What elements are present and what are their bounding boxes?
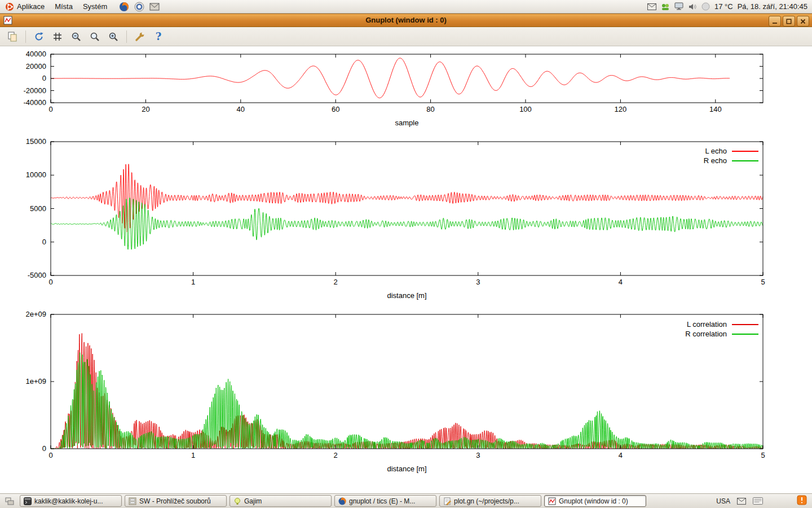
clock[interactable]: Pá, 18. září, 21:40:45 bbox=[738, 2, 807, 11]
y-tick-label: -40000 bbox=[24, 98, 46, 107]
legend-entry: L echo bbox=[705, 146, 758, 156]
show-desktop-icon bbox=[5, 497, 14, 506]
x-axis-label: distance [m] bbox=[387, 291, 426, 300]
help-icon: ? bbox=[156, 30, 162, 42]
panel-menus: Aplikace Místa Systém bbox=[0, 0, 160, 13]
x-tick-label: 4 bbox=[619, 451, 623, 459]
replot-button[interactable] bbox=[30, 29, 47, 45]
taskbar-item-label: kaklik@kaklik-kolej-u... bbox=[34, 497, 103, 505]
x-tick-label: 1 bbox=[191, 451, 195, 459]
gnome-top-panel: Aplikace Místa Systém 17 °C Pá, 18. září… bbox=[0, 0, 812, 14]
legend-correlation: L correlation R correlation bbox=[685, 319, 758, 339]
maximize-button[interactable] bbox=[783, 16, 795, 27]
series-l-correlation bbox=[51, 334, 763, 449]
x-tick-label: 100 bbox=[519, 105, 532, 113]
magnifier-icon bbox=[89, 31, 100, 42]
minimize-button[interactable] bbox=[769, 16, 781, 27]
legend-label-r-echo: R echo bbox=[704, 156, 727, 165]
window-title: Gnuplot (window id : 0) bbox=[0, 16, 812, 24]
x-axis-label: sample bbox=[395, 119, 419, 127]
ubuntu-logo-icon bbox=[5, 2, 14, 11]
menu-applications[interactable]: Aplikace bbox=[0, 0, 50, 13]
zoom-button[interactable] bbox=[86, 29, 103, 45]
tray-mail-icon[interactable] bbox=[647, 3, 656, 10]
wrench-icon bbox=[134, 31, 145, 42]
taskbar-item-gajim[interactable]: Gajim bbox=[230, 495, 332, 507]
taskbar-item-file-manager[interactable]: SW - Prohlížeč souborů bbox=[125, 495, 227, 507]
gnuplot-toolbar: ? bbox=[0, 27, 812, 46]
taskbar-tray: USA bbox=[716, 495, 809, 507]
weather-icon[interactable] bbox=[701, 2, 710, 11]
legend-entry: R correlation bbox=[685, 329, 758, 339]
copy-to-clipboard-button[interactable] bbox=[4, 29, 21, 45]
zoom-next-button[interactable] bbox=[105, 29, 122, 45]
show-desktop-button[interactable] bbox=[3, 496, 16, 507]
replot-icon bbox=[33, 31, 45, 42]
copy-icon bbox=[7, 31, 18, 42]
y-tick-label: 5000 bbox=[30, 204, 46, 213]
x-tick-label: 120 bbox=[615, 105, 627, 113]
legend-line-sample bbox=[732, 151, 758, 152]
keyboard-icon[interactable] bbox=[753, 497, 763, 505]
users-icon[interactable] bbox=[661, 2, 670, 11]
taskbar-item-browser[interactable]: gnuplot / tics (E) - M... bbox=[334, 495, 436, 507]
taskbar-item-terminal[interactable]: kaklik@kaklik-kolej-u... bbox=[20, 495, 122, 507]
x-tick-label: 2 bbox=[334, 278, 338, 286]
desktop: Aplikace Místa Systém 17 °C Pá, 18. září… bbox=[0, 0, 812, 508]
configure-button[interactable] bbox=[131, 29, 148, 45]
gnuplot-canvas[interactable]: 020406080100120140-40000-200000200004000… bbox=[0, 46, 812, 493]
help-icon[interactable] bbox=[134, 2, 144, 12]
plot-border bbox=[51, 314, 763, 449]
y-tick-label: 10000 bbox=[26, 170, 46, 179]
taskbar-item-label: SW - Prohlížeč souborů bbox=[139, 497, 211, 505]
zoom-previous-button[interactable] bbox=[68, 29, 85, 45]
y-tick-label: 0 bbox=[42, 444, 46, 453]
legend-entry: R echo bbox=[704, 156, 758, 165]
menu-places[interactable]: Místa bbox=[50, 0, 78, 13]
tray-mail-icon[interactable] bbox=[737, 498, 746, 505]
x-tick-label: 4 bbox=[619, 278, 623, 286]
window-controls bbox=[769, 16, 809, 27]
y-tick-label: -5000 bbox=[28, 271, 46, 279]
terminal-icon bbox=[24, 497, 32, 505]
x-tick-label: 0 bbox=[48, 278, 52, 286]
temperature-indicator[interactable]: 17 °C bbox=[714, 2, 733, 11]
volume-icon[interactable] bbox=[688, 3, 697, 11]
taskbar-item-label: Gnuplot (window id : 0) bbox=[559, 497, 628, 505]
taskbar-item-gnuplot[interactable]: Gnuplot (window id : 0) bbox=[544, 495, 646, 507]
firefox-icon[interactable] bbox=[119, 2, 129, 12]
update-notifier[interactable] bbox=[797, 495, 807, 507]
legend-label-l-echo: L echo bbox=[705, 147, 727, 155]
close-button[interactable] bbox=[797, 16, 809, 27]
window-titlebar[interactable]: Gnuplot (window id : 0) bbox=[0, 14, 812, 27]
maximize-icon bbox=[786, 19, 792, 24]
legend-line-sample bbox=[732, 324, 758, 325]
x-tick-label: 40 bbox=[237, 105, 245, 113]
y-tick-label: 2e+09 bbox=[25, 310, 46, 318]
taskbar-item-editor[interactable]: plot.gn (~/projects/p... bbox=[439, 495, 541, 507]
window-list: kaklik@kaklik-kolej-u... SW - Prohlížeč … bbox=[20, 495, 646, 507]
y-tick-label: 40000 bbox=[26, 50, 46, 58]
firefox-icon bbox=[338, 497, 346, 505]
magnifier-previous-icon bbox=[70, 31, 82, 42]
display-icon[interactable] bbox=[674, 2, 683, 11]
help-button[interactable]: ? bbox=[150, 29, 167, 45]
menu-label-system: Systém bbox=[83, 2, 107, 11]
y-tick-label: 20000 bbox=[26, 62, 46, 71]
text-editor-icon bbox=[443, 497, 451, 505]
menu-system[interactable]: Systém bbox=[78, 0, 112, 13]
x-tick-label: 5 bbox=[761, 278, 765, 286]
toolbar-separator bbox=[25, 30, 26, 43]
toggle-grid-button[interactable] bbox=[49, 29, 66, 45]
taskbar-item-label: Gajim bbox=[244, 497, 262, 505]
gnuplot-icon bbox=[548, 497, 556, 505]
x-tick-label: 0 bbox=[48, 451, 52, 459]
gajim-icon bbox=[233, 497, 241, 505]
file-manager-icon bbox=[129, 497, 136, 505]
legend-label-r-correlation: R correlation bbox=[685, 330, 727, 338]
series-signal bbox=[51, 58, 730, 98]
keyboard-layout-indicator[interactable]: USA bbox=[716, 497, 730, 505]
mail-icon[interactable] bbox=[149, 3, 160, 11]
legend-line-sample bbox=[732, 160, 758, 161]
x-tick-label: 0 bbox=[48, 105, 52, 113]
